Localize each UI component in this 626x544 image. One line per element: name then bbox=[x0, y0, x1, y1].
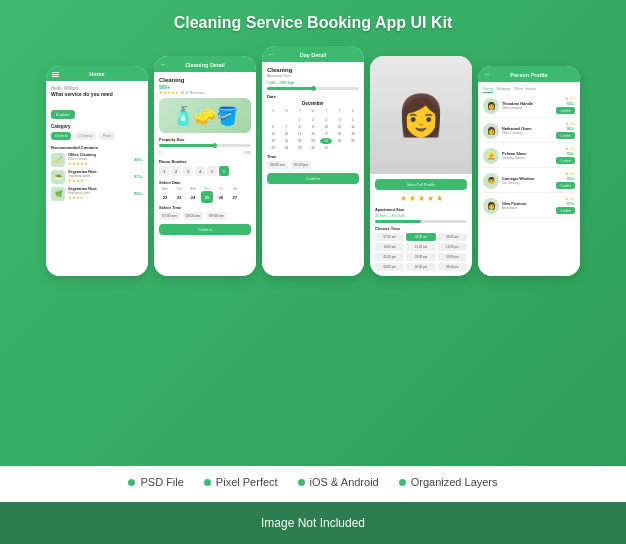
profile-image-area: 👩 bbox=[370, 56, 472, 174]
phones-row: Home Hello, William What service do you … bbox=[46, 46, 580, 276]
footer-text: Image Not Included bbox=[261, 516, 365, 530]
avatar: 👨 bbox=[483, 173, 499, 189]
phone-person-profile: ← Person Profile During Windows Office H… bbox=[478, 66, 580, 276]
hamburger-icon bbox=[52, 72, 59, 77]
cat-plant[interactable]: Plant bbox=[99, 132, 115, 140]
time-cell-active[interactable]: 08:00 am bbox=[406, 233, 435, 241]
confirm-button[interactable]: Confirm bbox=[556, 107, 575, 114]
feature-dot bbox=[399, 479, 406, 486]
back-icon[interactable]: ← bbox=[268, 51, 275, 58]
date-item: Fri 26 bbox=[215, 187, 227, 203]
time-chip[interactable]: 09:00 am bbox=[206, 212, 227, 220]
time-cell[interactable]: 07:00 am bbox=[375, 233, 404, 241]
star: ★ bbox=[400, 194, 407, 203]
time-cell[interactable]: 11:00 am bbox=[406, 243, 435, 251]
list-item: 👩 Theodore Handle Office cleaning ★ 4.7 … bbox=[483, 97, 575, 118]
phone-day-body: Cleaning Apartment Size 1 full — 466 Sqf… bbox=[262, 62, 364, 276]
time-label: Select Time bbox=[159, 205, 251, 210]
price: $35+ bbox=[567, 102, 575, 106]
confirm-button[interactable]: Confirm bbox=[556, 207, 575, 214]
person-sub: Office Cleaning bbox=[502, 131, 553, 135]
avatar: 👩 bbox=[483, 98, 499, 114]
contact-price: $75+ bbox=[134, 174, 143, 179]
room-5[interactable]: 5 bbox=[207, 166, 217, 176]
contact-info: Vegetarian Rest. Vegetarian listed ★★★★☆ bbox=[68, 187, 131, 200]
dates-row: Mon 22 Tue 23 Wed 24 Thu bbox=[159, 187, 251, 203]
profile-bottom: View Full Profile ★ ★ ★ ★ ★ Apartment Si… bbox=[370, 174, 472, 276]
date-label: Select Date bbox=[159, 180, 251, 185]
person-right: ★ 4.1 $56+ Confirm bbox=[556, 147, 575, 164]
star-half: ★ bbox=[436, 194, 443, 203]
confirm-button[interactable]: Confirm bbox=[159, 224, 251, 235]
confirm-button[interactable]: Confirm bbox=[556, 157, 575, 164]
time-chip[interactable]: 20:00 pm bbox=[291, 161, 312, 169]
time-cell[interactable]: 12:00 pm bbox=[438, 243, 467, 251]
phones-area: Cleaning Service Booking App UI Kit Home… bbox=[0, 0, 626, 466]
time-cell[interactable]: 04:00 pm bbox=[375, 263, 404, 271]
apt-slider[interactable] bbox=[375, 220, 467, 223]
time-cell[interactable]: 05:00 pm bbox=[406, 263, 435, 271]
phone-day-header: ← Day Detail bbox=[262, 46, 364, 62]
time-chip[interactable]: 08:05 am bbox=[183, 212, 204, 220]
property-slider[interactable] bbox=[159, 144, 251, 147]
avatar: 🌿 bbox=[51, 187, 65, 201]
explore-button[interactable]: Explore bbox=[51, 110, 75, 119]
price: $75+ bbox=[567, 202, 575, 206]
phone-home-body: Hello, William What service do you need … bbox=[46, 81, 148, 276]
room-2[interactable]: 2 bbox=[171, 166, 181, 176]
time-cell[interactable]: 02:00 pm bbox=[406, 253, 435, 261]
slider-fill bbox=[267, 87, 313, 90]
confirm-button[interactable]: Confirm bbox=[556, 182, 575, 189]
room-1[interactable]: 1 bbox=[159, 166, 169, 176]
person-right: ★ 4.1 $75+ Confirm bbox=[556, 197, 575, 214]
recommended-label: Recommended Contacts bbox=[51, 145, 143, 150]
apt-slider[interactable] bbox=[267, 87, 359, 90]
confirm-button[interactable]: Confirm bbox=[267, 173, 359, 184]
time-cell[interactable]: 10:00 am bbox=[375, 243, 404, 251]
tab-office[interactable]: Office bbox=[514, 87, 523, 93]
room-numbers: 1 2 3 4 5 6 bbox=[159, 166, 251, 176]
room-3[interactable]: 3 bbox=[183, 166, 193, 176]
time-chip[interactable]: 08:00 am bbox=[267, 161, 288, 169]
cat-general[interactable]: General bbox=[51, 132, 71, 140]
tab-during[interactable]: During bbox=[483, 87, 493, 93]
phone-cleaning-detail: ← Cleaning Detail Cleaning $80+ ★★★★★ 14… bbox=[154, 56, 256, 276]
rating: ★ 4.1 bbox=[565, 147, 575, 151]
phone-profile-header: ← Person Profile bbox=[478, 66, 580, 82]
contact-info: Office Cleaning Office Cleaner ★★★★★ bbox=[68, 153, 131, 166]
main-container: Cleaning Service Booking App UI Kit Home… bbox=[0, 0, 626, 544]
feature-psd: PSD File bbox=[128, 476, 183, 488]
date-section-label: Date bbox=[267, 94, 359, 99]
room-6[interactable]: 6 bbox=[219, 166, 229, 176]
times-row: 07:00 am 08:05 am 09:00 am bbox=[159, 212, 251, 220]
slider-fill bbox=[375, 220, 421, 223]
time-chip[interactable]: 07:00 am bbox=[159, 212, 180, 220]
cat-cleaning[interactable]: Cleaning bbox=[74, 132, 96, 140]
feature-dot bbox=[204, 479, 211, 486]
list-item: 🥗 Vegetarian Rest. Vegetarian listed ★★★… bbox=[51, 170, 143, 184]
slider-min: 0 bbox=[159, 151, 161, 155]
time-cell[interactable]: 01:00 pm bbox=[375, 253, 404, 261]
confirm-button[interactable]: Confirm bbox=[556, 132, 575, 139]
time-cell[interactable]: 03:00 pm bbox=[438, 253, 467, 261]
profile-stars: ★ ★ ★ ★ ★ bbox=[375, 194, 467, 203]
person-info: Nathanael Owen Office Cleaning bbox=[502, 127, 553, 135]
view-profile-button[interactable]: View Full Profile bbox=[375, 179, 467, 190]
time-cell[interactable]: 09:00 am bbox=[438, 233, 467, 241]
stars: ★★★★★ bbox=[68, 161, 131, 166]
avatar: 🧹 bbox=[51, 153, 65, 167]
back-icon[interactable]: ← bbox=[484, 71, 491, 78]
tab-windows[interactable]: Windows bbox=[496, 87, 510, 93]
apt-range: 1 full — 466 Sqft bbox=[267, 81, 359, 85]
calendar-month: December bbox=[267, 101, 359, 106]
room-4[interactable]: 4 bbox=[195, 166, 205, 176]
tab-house[interactable]: House bbox=[526, 87, 536, 93]
apt-size-label: Apartment Size bbox=[375, 207, 467, 212]
person-info: Pelican Slave Cleaning Service bbox=[502, 152, 553, 160]
list-item: 👩 Glea Positure Abundance ★ 4.1 $75+ Con… bbox=[483, 197, 575, 218]
detail-image: 🧴🧽🪣 bbox=[159, 98, 251, 133]
back-icon[interactable]: ← bbox=[160, 61, 167, 68]
time-cell[interactable]: 06:00 pm bbox=[438, 263, 467, 271]
profile-tabs: During Windows Office House bbox=[483, 87, 575, 93]
date-item: Mon 22 bbox=[159, 187, 171, 203]
